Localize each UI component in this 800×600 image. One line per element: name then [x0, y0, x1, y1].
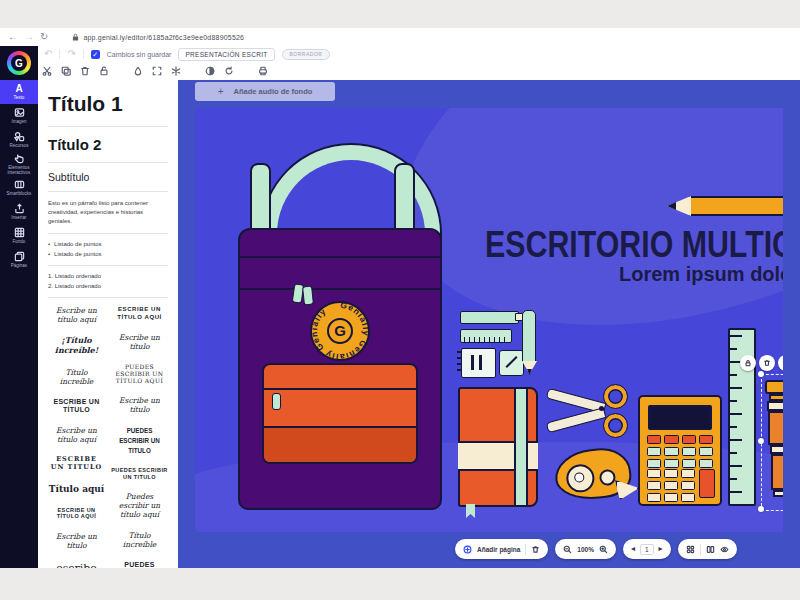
delete-element-button[interactable]: [759, 355, 775, 371]
style-card[interactable]: ESCRIBE UN TÍTULO AQUÍ: [48, 507, 105, 520]
style-bullet-list[interactable]: •Listado de puntos: [48, 240, 168, 250]
style-bullet-list[interactable]: •Listado de puntos: [48, 250, 168, 260]
pencil-illustration[interactable]: [689, 196, 783, 216]
effects-icon[interactable]: [171, 66, 181, 76]
style-card[interactable]: PUEDES ESCRIBIR UN TÍTULO AQUÍ: [111, 561, 168, 568]
page-nav-pill: ◂ 1 ▸: [623, 539, 671, 559]
selection-handle[interactable]: [758, 438, 764, 444]
grid-view-icon[interactable]: [686, 540, 695, 558]
style-card[interactable]: Escribe un título aquí: [48, 426, 105, 444]
unlock-icon[interactable]: [99, 66, 109, 76]
project-title-input[interactable]: PRESENTACIÓN ESCRIT: [178, 48, 274, 61]
lock-icon: [744, 359, 752, 367]
rotate-icon[interactable]: [224, 66, 234, 76]
zoom-in-icon[interactable]: [599, 540, 608, 558]
style-card[interactable]: ESCRIBE UN TITULO: [48, 456, 105, 472]
add-page-label[interactable]: Añadir página: [477, 546, 520, 553]
contrast-icon[interactable]: [205, 66, 215, 76]
backpack-pocket: [262, 363, 418, 464]
selection-handle[interactable]: [758, 371, 764, 377]
copy-icon[interactable]: [61, 66, 71, 76]
smartblocks-icon: [14, 179, 25, 190]
slide-subtitle[interactable]: Lorem ipsum dolo: [619, 263, 783, 286]
app-header: ↶ ↷ ✓ Cambios sin guardar PRESENTACIÓN E…: [38, 46, 800, 62]
print-icon[interactable]: [258, 66, 268, 76]
style-cards: Escribe un título aquí ¡Título increíble…: [48, 306, 168, 568]
svg-text:G: G: [334, 322, 346, 339]
marker-illustration[interactable]: [460, 311, 519, 324]
style-card[interactable]: Puedes escribir un título aquí: [111, 492, 168, 519]
zoom-level[interactable]: 100%: [577, 546, 594, 553]
delete-icon[interactable]: [80, 66, 90, 76]
page-number[interactable]: 1: [640, 544, 654, 555]
style-title-1[interactable]: Título 1: [48, 92, 168, 116]
save-status: Cambios sin guardar: [107, 51, 172, 58]
calculator-illustration[interactable]: [638, 395, 722, 506]
style-ordered-list[interactable]: 2. Listado ordenado: [48, 282, 168, 292]
left-sidebar: A Texto Imagen Recursos Elementos intera…: [0, 80, 38, 568]
sidebar-item-paginas[interactable]: Páginas: [0, 248, 38, 272]
preview-icon[interactable]: [720, 540, 729, 558]
notepad-illustration[interactable]: [461, 348, 496, 378]
flip-button[interactable]: ⇄: [778, 355, 783, 371]
forward-arrow-icon[interactable]: →: [24, 32, 34, 42]
style-subtitle[interactable]: Subtítulo: [48, 171, 168, 183]
style-card[interactable]: Título increíble: [111, 531, 168, 549]
notebook-illustration[interactable]: [458, 387, 538, 507]
style-card[interactable]: Escribe un título: [48, 532, 105, 550]
sidebar-item-insertar[interactable]: Insertar: [0, 200, 38, 224]
selection-box[interactable]: [761, 374, 783, 511]
refresh-icon[interactable]: ↻: [40, 32, 48, 42]
delete-page-icon[interactable]: [531, 540, 540, 558]
zoom-out-icon[interactable]: [563, 540, 572, 558]
fit-screen-icon[interactable]: [152, 66, 162, 76]
style-card[interactable]: PUEDES ESCRIBIR UN TITULO: [111, 467, 168, 480]
sidebar-item-elementos-interactivos[interactable]: Elementos interactivos: [0, 152, 38, 176]
style-card[interactable]: Escribe un título: [111, 396, 168, 414]
sidebar-item-texto[interactable]: A Texto: [0, 80, 38, 104]
redo-icon[interactable]: ↷: [67, 49, 75, 59]
style-card[interactable]: Escribe un título: [111, 333, 168, 351]
sidebar-item-fondo[interactable]: Fondo: [0, 224, 38, 248]
droplet-icon[interactable]: [133, 66, 143, 76]
style-title-2[interactable]: Título 2: [48, 136, 168, 153]
back-arrow-icon[interactable]: ←: [8, 32, 18, 42]
dual-page-icon[interactable]: [706, 540, 715, 558]
slide-page[interactable]: ESCRITORIO MULTIC Lorem ipsum dolo Geni: [195, 108, 783, 532]
add-audio-button[interactable]: + Añade audio de fondo: [195, 82, 335, 101]
undo-icon[interactable]: ↶: [44, 49, 52, 59]
sidebar-item-smartblocks[interactable]: Smartblocks: [0, 176, 38, 200]
prev-page-icon[interactable]: ◂: [631, 545, 635, 553]
cut-icon[interactable]: [42, 66, 52, 76]
sidebar-item-imagen[interactable]: Imagen: [0, 104, 38, 128]
tall-ruler-illustration[interactable]: [728, 328, 756, 506]
browser-window: ← → ↻ app.genial.ly/editor/6185a2f6c3e9e…: [0, 28, 800, 568]
logo-box[interactable]: G: [0, 46, 38, 80]
style-paragraph[interactable]: Esto es un párrafo listo para contener c…: [48, 199, 168, 226]
eraser-illustration[interactable]: [499, 350, 524, 376]
small-ruler-illustration[interactable]: [460, 329, 512, 343]
lock-button[interactable]: [740, 355, 756, 371]
style-card[interactable]: ESCRIBE UN TÍTULO: [48, 398, 105, 415]
url-pill[interactable]: app.genial.ly/editor/6185a2f6c3e9ee0d889…: [72, 33, 244, 41]
style-card[interactable]: PUEDES ESCRIBIR UN TITULO: [117, 426, 161, 455]
trash-icon: [763, 359, 771, 367]
draft-badge: BORRADOR: [282, 49, 331, 60]
style-card[interactable]: Título increíble: [48, 368, 105, 386]
style-ordered-list[interactable]: 1. Listado ordenado: [48, 272, 168, 282]
style-card[interactable]: escribe un título aquí: [48, 562, 105, 568]
add-page-icon[interactable]: [463, 540, 472, 558]
slide-title[interactable]: ESCRITORIO MULTIC: [485, 224, 783, 266]
style-card[interactable]: Escribe un título aquí: [48, 306, 105, 324]
interactive-icon: [14, 153, 25, 164]
style-card[interactable]: Título aquí: [48, 484, 105, 495]
style-card[interactable]: ¡Título increíble!: [48, 336, 105, 355]
sidebar-item-recursos[interactable]: Recursos: [0, 128, 38, 152]
selection-handle[interactable]: [758, 506, 764, 512]
style-card[interactable]: ESCRIBE UN TÍTULO AQUÍ: [111, 306, 168, 320]
genially-badge[interactable]: Genially Genially Genially G: [309, 300, 371, 362]
next-page-icon[interactable]: ▸: [659, 545, 663, 553]
scissors-illustration[interactable]: [604, 385, 627, 408]
style-card[interactable]: PUEDES ESCRIBIR UN TÍTULO AQUÍ: [111, 363, 168, 385]
small-pencil-illustration[interactable]: [522, 310, 536, 362]
